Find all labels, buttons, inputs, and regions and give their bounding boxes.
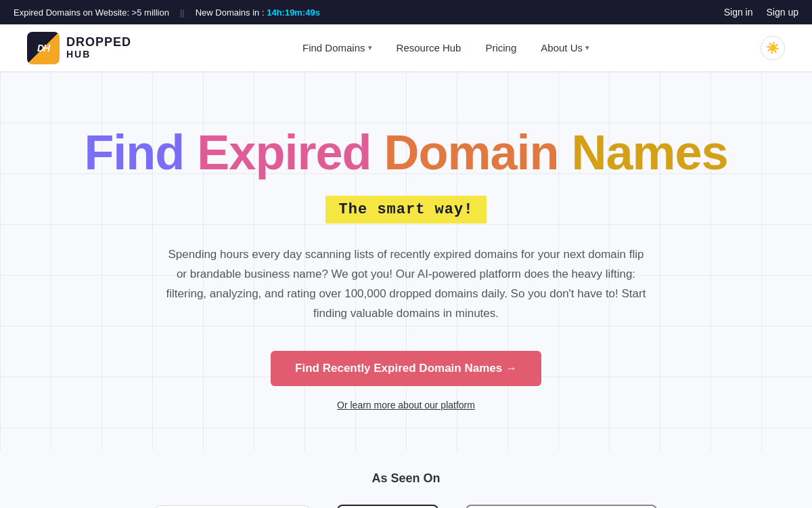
as-seen-section: As Seen On P Follow us on Product Hunt ☆… (0, 451, 812, 508)
hero-title-find: Find (84, 125, 197, 179)
domains-count-label: Expired Domains on Website: >5 million (14, 7, 169, 18)
domainerskit-badge[interactable]: Featured on DomainersKit (337, 505, 438, 508)
top-bar-left: Expired Domains on Website: >5 million |… (14, 7, 320, 18)
nav-about-us[interactable]: About Us ▾ (541, 42, 589, 54)
hero-cta-wrapper: Find Recently Expired Domain Names → Or … (14, 351, 798, 410)
top-bar-divider: || (180, 7, 185, 18)
sun-icon: ☀️ (766, 41, 780, 54)
nav-find-domains[interactable]: Find Domains ▾ (302, 42, 372, 54)
logo-icon: DH (27, 32, 60, 64)
new-domains-label: New Domains in : 14h:19m:49s (196, 7, 320, 18)
cta-button[interactable]: Find Recently Expired Domain Names → (271, 351, 541, 386)
hero-title: Find Expired Domain Names (14, 126, 798, 179)
hero-title-domain: Domain (384, 125, 571, 179)
nav-resource-hub[interactable]: Resource Hub (397, 42, 461, 54)
signup-link[interactable]: Sign up (767, 7, 798, 18)
chevron-down-icon: ▾ (368, 43, 372, 52)
countdown-timer: 14h:19m:49s (267, 7, 320, 18)
hero-subtitle-wrapper: The smart way! (325, 196, 487, 224)
producthunt-badge[interactable]: P Follow us on Product Hunt ☆ (155, 505, 310, 508)
main-nav: DH DROPPED HUB Find Domains ▾ Resource H… (0, 24, 812, 72)
signin-link[interactable]: Sign in (724, 7, 753, 18)
logo-text: DROPPED HUB (66, 36, 131, 60)
top-bar-auth: Sign in Sign up (724, 7, 798, 18)
hero-title-expired: Expired (197, 125, 384, 179)
hero-subtitle: The smart way! (339, 201, 474, 218)
hero-title-names: Names (571, 125, 727, 179)
as-seen-logos: P Follow us on Product Hunt ☆ Featured o… (14, 505, 798, 508)
hero-section: Find Expired Domain Names The smart way!… (0, 72, 812, 451)
aiforthat-badge[interactable]: 💪 FEATURED ON THERE'S AN AI FOR THAT 🔖 (466, 505, 657, 508)
hero-description: Spending hours every day scanning lists … (162, 245, 650, 324)
logo-brand-top: DROPPED (66, 36, 131, 49)
theme-toggle[interactable]: ☀️ (761, 36, 785, 60)
top-bar: Expired Domains on Website: >5 million |… (0, 0, 812, 24)
logo-brand-bottom: HUB (66, 49, 131, 60)
learn-more-link[interactable]: Or learn more about our platform (14, 400, 798, 410)
chevron-down-icon-about: ▾ (585, 43, 589, 52)
logo[interactable]: DH DROPPED HUB (27, 32, 131, 64)
nav-links: Find Domains ▾ Resource Hub Pricing Abou… (302, 42, 589, 54)
logo-initials: DH (37, 43, 49, 54)
as-seen-title: As Seen On (14, 471, 798, 486)
nav-pricing[interactable]: Pricing (485, 42, 516, 54)
